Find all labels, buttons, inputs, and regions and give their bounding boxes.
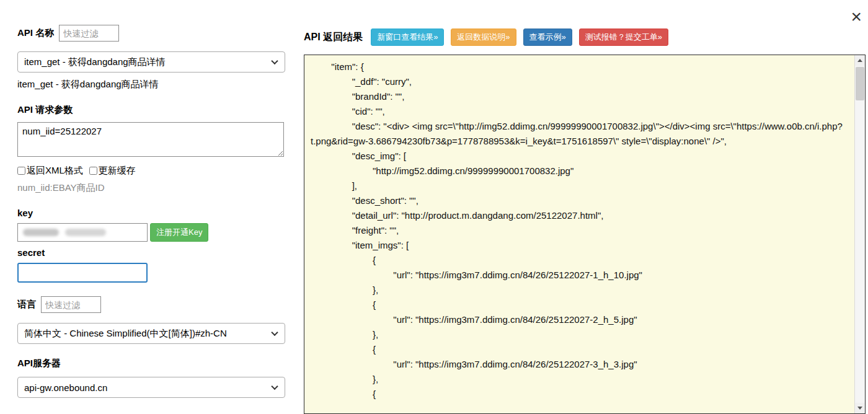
chevron-down-icon bbox=[271, 383, 278, 390]
redacted-key-value bbox=[65, 229, 106, 236]
redacted-key-value bbox=[23, 229, 59, 236]
param-hint: num_iid:EBAY商品ID bbox=[17, 182, 285, 194]
api-name-row: API 名称 bbox=[17, 25, 285, 42]
xml-format-label: 返回XML格式 bbox=[27, 165, 83, 177]
language-row: 语言 bbox=[17, 296, 285, 313]
language-filter-input[interactable] bbox=[41, 296, 101, 313]
api-name-label: API 名称 bbox=[17, 27, 54, 39]
api-method-select[interactable]: item_get - 获得dangdang商品详情 bbox=[17, 51, 285, 73]
key-input[interactable] bbox=[17, 223, 148, 242]
chevron-down-icon bbox=[271, 58, 278, 64]
chevron-down-icon bbox=[271, 329, 278, 336]
request-panel: API 名称 item_get - 获得dangdang商品详情 item_ge… bbox=[17, 25, 285, 414]
register-key-button[interactable]: 注册开通Key bbox=[150, 223, 208, 242]
arrow-up-icon bbox=[857, 59, 862, 62]
api-server-label: API服务器 bbox=[17, 358, 285, 369]
api-method-select-value: item_get - 获得dangdang商品详情 bbox=[24, 56, 166, 68]
api-server-select-value: api-gw.onebound.cn bbox=[24, 382, 107, 393]
report-error-ticket-button[interactable]: 测试报错？提交工单» bbox=[579, 29, 668, 46]
api-method-caption: item_get - 获得dangdang商品详情 bbox=[17, 79, 285, 90]
view-example-button[interactable]: 查看示例» bbox=[523, 29, 572, 46]
api-server-select[interactable]: api-gw.onebound.cn bbox=[17, 377, 285, 398]
key-label: key bbox=[17, 208, 285, 218]
api-name-filter-input[interactable] bbox=[59, 25, 119, 42]
request-params-label: API 请求参数 bbox=[17, 104, 285, 116]
result-title: API 返回结果 bbox=[304, 31, 363, 44]
key-row: 注册开通Key bbox=[17, 223, 285, 242]
secret-label: secret bbox=[17, 247, 285, 258]
open-result-new-window-button[interactable]: 新窗口查看结果» bbox=[371, 29, 444, 46]
scroll-up-button[interactable] bbox=[855, 55, 865, 66]
language-select[interactable]: 简体中文 - Chinese Simplified(中文[简体])#zh-CN bbox=[17, 323, 285, 344]
close-icon[interactable]: × bbox=[851, 7, 862, 26]
api-result-area: "item": { "_ddf": "curry", "brandId": ""… bbox=[304, 55, 866, 414]
update-cache-label: 更新缓存 bbox=[99, 165, 136, 177]
scrollbar[interactable] bbox=[854, 55, 865, 413]
arrow-down-icon bbox=[857, 407, 862, 410]
language-select-value: 简体中文 - Chinese Simplified(中文[简体])#zh-CN bbox=[24, 328, 227, 340]
params-textarea[interactable]: num_iid=25122027 bbox=[17, 122, 284, 157]
update-cache-checkbox[interactable] bbox=[89, 167, 97, 175]
scroll-down-button[interactable] bbox=[855, 403, 865, 413]
xml-format-checkbox[interactable] bbox=[17, 167, 25, 175]
api-result-json: "item": { "_ddf": "curry", "brandId": ""… bbox=[304, 55, 854, 413]
data-description-button[interactable]: 返回数据说明» bbox=[451, 29, 516, 46]
result-header: API 返回结果 新窗口查看结果» 返回数据说明» 查看示例» 测试报错？提交工… bbox=[304, 29, 668, 46]
scrollbar-thumb[interactable] bbox=[856, 67, 864, 100]
secret-input[interactable] bbox=[17, 263, 148, 283]
options-row: 返回XML格式 更新缓存 bbox=[17, 165, 285, 177]
language-label: 语言 bbox=[17, 299, 36, 310]
